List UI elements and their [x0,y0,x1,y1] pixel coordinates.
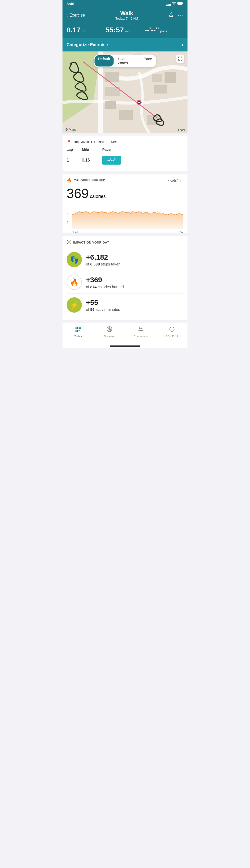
activity-title: Walk [115,10,138,17]
svg-rect-35 [79,330,80,331]
svg-rect-13 [105,101,116,109]
svg-rect-28 [80,327,81,328]
svg-rect-27 [79,327,80,328]
home-bar [110,345,140,347]
nav-covid19[interactable]: COVID-19 [157,325,188,339]
more-button[interactable]: ··· [177,12,184,18]
svg-rect-30 [77,328,78,329]
calories-chart: 8 4 0 Start 55:57 [66,204,184,229]
y-label-0: 0 [66,221,68,224]
categorize-banner[interactable]: Categorize Exercise › [62,38,188,52]
chart-start-label: Start [72,230,78,234]
nav-community[interactable]: Community [125,325,157,339]
calories-impact-icon: 🔥 [66,275,82,290]
today-icon [75,326,81,334]
tab-pace[interactable]: Pace [140,55,156,66]
status-time: 8:46 [66,2,74,6]
nav-discover[interactable]: Discover [94,325,125,339]
svg-rect-36 [76,331,77,332]
impact-section: IMPACT ON YOUR DAY 👣 +6,182 of 6,538 ste… [62,236,188,320]
minutes-sub: of 55 active minutes [86,307,184,312]
svg-rect-37 [77,331,78,332]
col-header-mile: Mile [82,148,102,152]
share-button[interactable] [168,12,174,19]
svg-point-18 [138,102,140,103]
community-label: Community [133,335,148,338]
header: ‹ Exercise Walk Today, 7:49 AM ··· [62,7,188,24]
svg-rect-1 [183,3,183,4]
svg-rect-12 [105,87,120,96]
status-icons: ▂▄ [166,2,184,6]
header-title: Walk Today, 7:49 AM [115,10,138,20]
bottom-nav: Today Discover Community [62,323,188,344]
pace-unit: pace [160,29,167,33]
svg-rect-9 [152,74,162,82]
distance-unit: mi [82,29,85,33]
impact-calories: 🔥 +369 of 874 calories burned [66,271,184,294]
wifi-icon [172,2,176,6]
svg-rect-10 [165,72,176,83]
calories-number: 369 [66,186,89,201]
distance-value: 0.17 [66,26,81,34]
impact-header: IMPACT ON YOUR DAY [66,240,184,245]
stat-distance: 0.17 mi [66,26,106,34]
svg-rect-14 [119,110,133,120]
pace-badge: --'--" [102,156,121,164]
table-row: 1 0.16 --'--" [66,153,184,167]
impact-icon [66,240,71,245]
laps-table: Lap Mile Pace 1 0.16 --'--" [66,148,184,167]
calories-unit: calories [90,194,106,199]
impact-steps: 👣 +6,182 of 6,538 steps taken [66,248,184,271]
steps-sub: of 6,538 steps taken [86,262,184,266]
calories-impact-sub: of 874 calories burned [86,285,184,289]
chart-end-label: 55:57 [176,230,184,234]
svg-point-39 [139,328,141,329]
svg-rect-8 [105,72,119,82]
expand-button[interactable] [176,55,185,63]
stat-duration: 55:57 min [106,26,145,34]
chart-y-labels: 8 4 0 [66,204,68,224]
activity-date: Today, 7:49 AM [115,17,138,20]
svg-rect-0 [177,2,183,5]
stats-row: 0.17 mi 55:57 min --'--" pace [62,24,188,38]
legal-label[interactable]: Legal [178,128,185,131]
flame-icon: 🔥 [70,278,79,287]
calories-impact-text: +369 of 874 calories burned [86,276,184,289]
calories-rate: 7 cals/min [167,178,184,182]
discover-label: Discover [104,335,115,338]
svg-point-40 [141,328,143,329]
stat-pace: --'--" pace [144,26,184,34]
svg-point-24 [68,242,70,243]
distance-laps-section: 📍 DISTANCE EXERCISE LAPS Lap Mile Pace 1… [62,135,188,171]
tab-heart-zones[interactable]: Heart Zones [114,55,140,66]
signal-icon: ▂▄ [166,2,171,6]
minutes-text: +55 of 55 active minutes [86,299,184,312]
maps-label: Maps [65,128,76,131]
calories-icon: 🔥 [66,178,72,183]
calories-value-row: 369 calories [66,186,184,201]
col-header-pace: Pace [102,148,184,152]
tab-default[interactable]: Default [95,55,114,66]
chart-x-labels: Start 55:57 [66,230,184,234]
steps-text: +6,182 of 6,538 steps taken [86,253,184,266]
covid19-icon [169,326,175,334]
map-container: Default Heart Zones Pace Maps Legal [62,52,188,133]
distance-laps-icon: 📍 [66,140,72,145]
map-tab-row: Default Heart Zones Pace [94,55,157,67]
back-button[interactable]: ‹ Exercise [66,12,85,18]
svg-rect-11 [154,85,167,93]
community-icon [138,326,144,334]
svg-rect-29 [76,328,77,329]
col-header-lap: Lap [66,148,82,152]
calories-title: CALORIES BURNED [74,179,105,182]
header-actions: ··· [168,12,184,19]
minutes-icon: ⚡ [66,297,82,313]
nav-today[interactable]: Today [62,325,94,339]
lap-number: 1 [66,158,82,162]
distance-laps-header: 📍 DISTANCE EXERCISE LAPS [66,140,184,145]
duration-unit: min [125,29,130,33]
categorize-label: Categorize Exercise [66,42,108,48]
distance-laps-title: DISTANCE EXERCISE LAPS [74,141,117,144]
back-chevron: ‹ [66,12,68,18]
calories-section: 🔥 CALORIES BURNED 7 cals/min 369 calorie… [62,174,188,233]
